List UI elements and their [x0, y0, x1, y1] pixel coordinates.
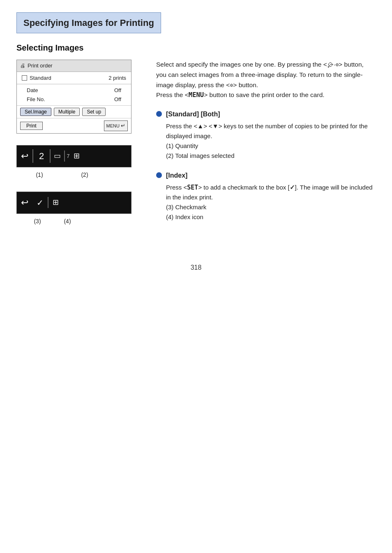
fileno-value: Off — [114, 95, 121, 104]
checkbox-icon — [22, 75, 27, 81]
undo-icon: ↩ — [17, 149, 32, 163]
bullet-index: [Index] Press <SET> to add a checkmark t… — [156, 171, 376, 222]
checkmark-icon: ✓ — [32, 197, 48, 209]
print-order-ui: 🖨 Print order Standard 2 prints Date Off… — [16, 60, 131, 134]
page-title-box: Specifying Images for Printing — [16, 12, 161, 33]
print-order-standard-row: Standard 2 prints — [17, 72, 131, 85]
label-1: (1) — [23, 171, 56, 179]
left-column: 🖨 Print order Standard 2 prints Date Off… — [16, 60, 144, 238]
print-order-label: Print order — [28, 62, 53, 70]
single-image-icon: ▭ — [51, 150, 65, 162]
label-1-text: (1) — [36, 171, 43, 179]
page-title: Specifying Images for Printing — [23, 16, 154, 30]
menu-return-icon: ↵ — [121, 122, 125, 130]
fileno-row: File No. Off — [27, 95, 121, 104]
undo-icon-2: ↩ — [17, 196, 32, 209]
print-order-details: Date Off File No. Off — [17, 84, 131, 106]
main-layout: 🖨 Print order Standard 2 prints Date Off… — [16, 60, 376, 238]
total-count: 7 — [65, 152, 69, 160]
menu-label: MENU — [106, 123, 120, 130]
grid-symbol: ⊞ — [53, 198, 59, 206]
label-2-text: (2) — [81, 171, 88, 179]
quantity-number: 2 — [32, 149, 51, 163]
right-column: Select and specify the images one by one… — [156, 60, 376, 232]
intro-paragraph: Select and specify the images one by one… — [156, 60, 376, 100]
section-heading: Selecting Images — [16, 42, 376, 54]
label-3: (3) — [27, 217, 48, 226]
page-number: 318 — [16, 263, 376, 273]
sel-image-button[interactable]: Sel.Image — [20, 108, 51, 116]
date-label: Date — [27, 86, 38, 95]
print-button[interactable]: Print — [20, 122, 43, 130]
image-bar-1: ↩ 2 ▭ 7 ⊞ — [16, 145, 131, 167]
label-3-text: (3) — [34, 217, 41, 226]
date-row: Date Off — [27, 86, 121, 95]
multiple-button[interactable]: Multiple — [54, 108, 80, 116]
print-order-buttons: Sel.Image Multiple Set up — [17, 106, 131, 118]
date-value: Off — [114, 86, 121, 95]
bullet-dot-2 — [156, 172, 162, 178]
label-2: (2) — [72, 171, 97, 179]
bullet-standard-both: [Standard] [Both] Press the <▲> <▼> keys… — [156, 109, 376, 161]
menu-button[interactable]: MENU ↵ — [104, 120, 128, 131]
fileno-label: File No. — [27, 95, 45, 104]
setup-button[interactable]: Set up — [82, 108, 106, 116]
bullet-content-2: [Index] Press <SET> to add a checkmark t… — [166, 171, 376, 222]
bullet-title-2: [Index] — [166, 171, 376, 180]
print-order-bottom: Print MENU ↵ — [17, 118, 131, 133]
print-header-icon: 🖨 — [20, 62, 25, 70]
print-order-header: 🖨 Print order — [17, 60, 131, 72]
bullet-dot-1 — [156, 111, 162, 117]
bar-labels-1: (1) (2) — [16, 170, 131, 180]
grid-icon: ⊞ — [69, 150, 84, 162]
standard-label: Standard — [30, 74, 51, 82]
bullet-body-1: Press the <▲> <▼> keys to set the number… — [166, 121, 376, 161]
label-4: (4) — [55, 217, 80, 226]
image-bar-2: ↩ ✓ ⊞ — [16, 192, 131, 214]
prints-value: 2 prints — [54, 74, 126, 82]
bullet-content-1: [Standard] [Both] Press the <▲> <▼> keys… — [166, 109, 376, 161]
bar-labels-2: (3) (4) — [16, 216, 131, 227]
label-4-text: (4) — [64, 217, 71, 226]
bullet-body-2: Press <SET> to add a checkmark to the bo… — [166, 183, 376, 222]
bullet-title-1: [Standard] [Both] — [166, 109, 376, 119]
grid-icon-2: ⊞ — [48, 197, 63, 208]
